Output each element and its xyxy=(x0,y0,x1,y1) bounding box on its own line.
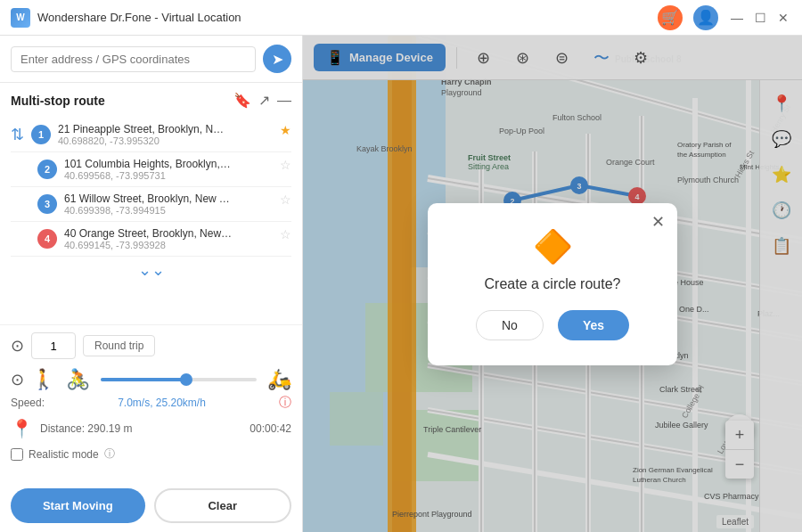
moped-icon[interactable]: 🛵 xyxy=(267,368,291,391)
loop-count-input[interactable] xyxy=(31,332,76,359)
realistic-mode-checkbox[interactable] xyxy=(11,448,23,461)
loop-icon: ⊙ xyxy=(11,336,24,356)
route-arrow-icon: ⇅ xyxy=(11,125,24,144)
cart-icon[interactable]: 🛒 xyxy=(658,5,683,30)
stop-star-4[interactable]: ☆ xyxy=(280,227,291,241)
window-controls: — ☐ ✕ xyxy=(729,10,791,26)
left-panel: ➤ Multi-stop route 🔖 ↗ — ⇅ 1 21 Pineappl… xyxy=(0,36,303,532)
speedometer-icon: ⊙ xyxy=(11,370,24,389)
dialog-buttons: No Yes xyxy=(456,310,649,340)
app-title: Wondershare Dr.Fone - Virtual Location xyxy=(37,11,241,24)
stop-text-4: 40 Orange Street, Brooklyn, New Yor... 4… xyxy=(64,227,273,250)
stop-name-2: 101 Columbia Heights, Brooklyn, Ne... xyxy=(64,158,233,170)
walk-icon[interactable]: 🚶 xyxy=(31,368,55,391)
stop-number-3: 3 xyxy=(37,194,57,214)
stop-name-3: 61 Willow Street, Brooklyn, New York... xyxy=(64,192,233,205)
realistic-help-icon[interactable]: ⓘ xyxy=(104,446,115,462)
stop-coords-4: 40.699145, -73.993928 xyxy=(64,240,273,250)
realistic-mode-label: Realistic mode xyxy=(29,448,99,461)
dialog-close-button[interactable]: ✕ xyxy=(651,212,665,232)
dialog-overlay: ✕ 🔶 Create a circle route? No Yes xyxy=(303,36,802,532)
stop-coords-1: 40.698820, -73.995320 xyxy=(58,135,273,146)
stop-star-1[interactable]: ★ xyxy=(280,123,291,137)
stop-name-4: 40 Orange Street, Brooklyn, New Yor... xyxy=(64,227,233,240)
distance-text: Distance: 290.19 m xyxy=(40,422,242,435)
bike-icon[interactable]: 🚴 xyxy=(66,368,90,391)
stop-text-1: 21 Pineapple Street, Brooklyn, New York … xyxy=(58,123,273,146)
time-text: 00:00:42 xyxy=(250,422,291,435)
speed-label: Speed: xyxy=(11,397,45,409)
route-title: Multi-stop route xyxy=(11,94,105,108)
speed-row: Speed: 7.0m/s, 25.20km/h ⓘ xyxy=(11,395,291,411)
speed-info-icon[interactable]: ⓘ xyxy=(279,395,291,411)
loop-row: ⊙ Round trip xyxy=(11,332,291,359)
collapse-arrows[interactable]: ⌄⌄ xyxy=(11,257,291,283)
route-close-icon[interactable]: — xyxy=(277,93,291,109)
transport-modes: 🚶 🚴 🛵 xyxy=(31,368,291,391)
maximize-button[interactable]: ☐ xyxy=(752,10,768,26)
create-circle-route-dialog: ✕ 🔶 Create a circle route? No Yes xyxy=(428,203,677,365)
speed-slider[interactable] xyxy=(101,378,257,381)
close-button[interactable]: ✕ xyxy=(775,10,791,26)
dialog-no-button[interactable]: No xyxy=(476,310,544,340)
distance-row: 📍 Distance: 290.19 m 00:00:42 xyxy=(11,418,291,439)
start-moving-button[interactable]: Start Moving xyxy=(11,488,145,523)
minimize-button[interactable]: — xyxy=(729,10,745,26)
stop-star-3[interactable]: ☆ xyxy=(280,192,291,207)
transport-section: ⊙ 🚶 🚴 🛵 xyxy=(11,368,291,391)
stop-text-2: 101 Columbia Heights, Brooklyn, Ne... 40… xyxy=(64,158,273,181)
route-stop-1: ⇅ 1 21 Pineapple Street, Brooklyn, New Y… xyxy=(11,118,291,152)
stop-name-1: 21 Pineapple Street, Brooklyn, New York … xyxy=(58,123,227,135)
speed-value: 7.0m/s, 25.20km/h xyxy=(118,397,206,409)
route-stop-4: 4 40 Orange Street, Brooklyn, New Yor...… xyxy=(11,222,291,257)
titlebar-left: W Wondershare Dr.Fone - Virtual Location xyxy=(11,8,241,28)
realistic-row: Realistic mode ⓘ xyxy=(11,446,291,462)
titlebar-right: 🛒 👤 — ☐ ✕ xyxy=(658,5,791,30)
route-header: Multi-stop route 🔖 ↗ — xyxy=(11,92,291,109)
route-stop-2: 2 101 Columbia Heights, Brooklyn, Ne... … xyxy=(11,152,291,187)
route-save-icon[interactable]: 🔖 xyxy=(233,92,251,109)
route-actions: 🔖 ↗ — xyxy=(233,92,291,109)
dialog-yes-button[interactable]: Yes xyxy=(558,310,629,340)
main-content: ➤ Multi-stop route 🔖 ↗ — ⇅ 1 21 Pineappl… xyxy=(0,36,802,532)
search-bar: ➤ xyxy=(0,36,302,83)
route-stop-3: 3 61 Willow Street, Brooklyn, New York..… xyxy=(11,187,291,222)
stop-number-1: 1 xyxy=(31,125,51,144)
titlebar: W Wondershare Dr.Fone - Virtual Location… xyxy=(0,0,802,36)
dialog-warning-icon: 🔶 xyxy=(456,228,649,266)
settings-section: ⊙ Round trip ⊙ 🚶 🚴 🛵 xyxy=(0,324,302,479)
dialog-message: Create a circle route? xyxy=(456,276,649,292)
search-input[interactable] xyxy=(11,46,256,72)
distance-icon: 📍 xyxy=(11,418,33,439)
stop-number-4: 4 xyxy=(37,229,57,249)
route-export-icon[interactable]: ↗ xyxy=(258,92,270,109)
stop-coords-2: 40.699568, -73.995731 xyxy=(64,170,273,181)
user-icon[interactable]: 👤 xyxy=(693,5,718,30)
stop-text-3: 61 Willow Street, Brooklyn, New York... … xyxy=(64,192,273,216)
route-panel: Multi-stop route 🔖 ↗ — ⇅ 1 21 Pineapple … xyxy=(0,83,302,324)
action-buttons: Start Moving Clear xyxy=(0,479,302,532)
stop-star-2[interactable]: ☆ xyxy=(280,158,291,172)
app-logo: W xyxy=(11,8,30,28)
stop-coords-3: 40.699398, -73.994915 xyxy=(64,205,273,216)
round-trip-button[interactable]: Round trip xyxy=(83,335,155,356)
map-area: 1 2 3 4 Harry Chapin Playground Public S… xyxy=(303,36,802,532)
stop-number-2: 2 xyxy=(37,160,57,179)
clear-button[interactable]: Clear xyxy=(154,488,292,523)
search-button[interactable]: ➤ xyxy=(263,45,291,73)
